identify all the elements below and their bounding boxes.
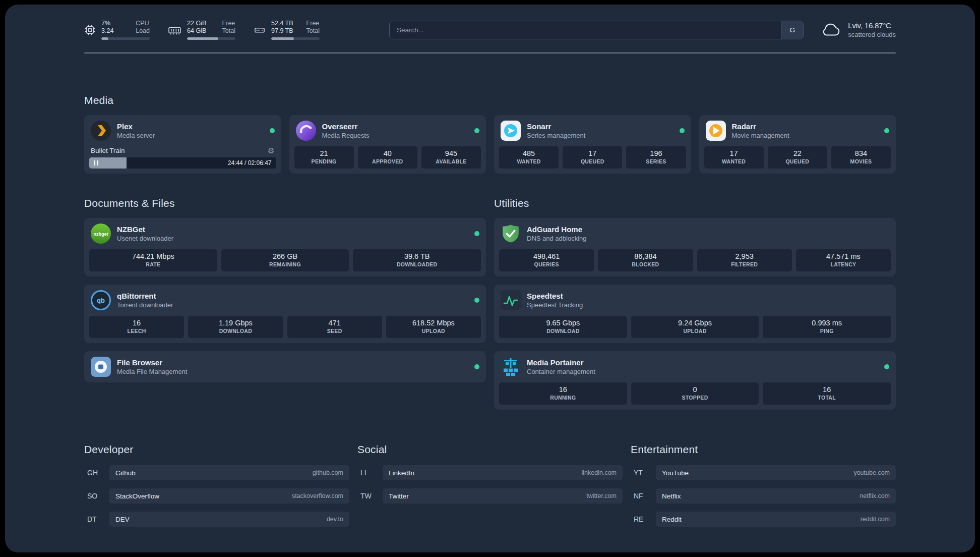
plex-service-link[interactable]: Plex Media server — [84, 115, 281, 146]
speedtest-card: Speedtest Speedtest Tracking 9.65 Gbps D… — [494, 285, 896, 343]
speedtest-icon — [501, 290, 521, 310]
bookmark-link-stackoverflow[interactable]: StackOverflow stackoverflow.com — [109, 488, 349, 504]
stat-tile: 22 QUEUED — [768, 146, 827, 169]
speedtest-service-link[interactable]: Speedtest Speedtest Tracking — [494, 285, 896, 316]
stat-tile: 498,461 QUERIES — [499, 249, 594, 271]
stat-value: 22 — [770, 149, 825, 158]
service-text: Sonarr Series management — [527, 122, 585, 140]
portainer-card: Media Portainer Container management 16 … — [494, 351, 896, 410]
bookmark-name: Netflix — [662, 492, 681, 500]
sonarr-service-link[interactable]: Sonarr Series management — [494, 115, 691, 146]
service-name: Plex — [117, 122, 155, 131]
bookmark-link-reddit[interactable]: Reddit reddit.com — [656, 512, 896, 527]
bookmark-link-linkedin[interactable]: LinkedIn linkedin.com — [383, 465, 623, 480]
overseerr-card: Overseerr Media Requests 21 PENDING 40 A… — [289, 115, 486, 174]
service-name: qBittorrent — [117, 291, 173, 301]
bookmark-abbr: NF — [631, 492, 656, 500]
stat-label: LEECH — [91, 328, 182, 335]
stat-label: BLOCKED — [600, 261, 691, 268]
radarr-icon — [706, 121, 726, 141]
bookmark-url: reddit.com — [861, 516, 890, 523]
search-provider-button[interactable]: G — [781, 21, 803, 39]
cpu-usage-bar-fill — [101, 37, 108, 40]
stat-tile: 17 QUEUED — [563, 146, 622, 169]
status-dot — [474, 364, 479, 369]
bookmark-group-social: Social LI LinkedIn linkedin.com TW Twitt… — [357, 443, 623, 535]
service-subtitle: Movie management — [732, 131, 789, 140]
cpu-widget: 7% 3.24 CPU Load — [84, 20, 150, 40]
stat-label: DOWNLOAD — [190, 328, 281, 335]
gear-icon[interactable]: ⚙ — [268, 147, 274, 154]
bookmark-link-twitter[interactable]: Twitter twitter.com — [383, 488, 623, 504]
search-input[interactable] — [390, 21, 781, 39]
stat-label: DOWNLOADED — [355, 261, 479, 268]
portainer-service-link[interactable]: Media Portainer Container management — [494, 351, 896, 382]
stat-tile: 485 WANTED — [499, 146, 559, 169]
stat-label: WANTED — [501, 158, 557, 165]
overseerr-service-link[interactable]: Overseerr Media Requests — [289, 115, 486, 146]
stat-value: 16 — [91, 318, 182, 328]
plex-now-playing-widget: Bullet Train ⚙ 24:44 / 02:06:47 — [84, 147, 281, 174]
bookmark-link-dev[interactable]: DEV dev.to — [109, 512, 349, 527]
dashboard-panel: 7% 3.24 CPU Load — [5, 5, 975, 552]
radarr-service-link[interactable]: Radarr Movie management — [699, 115, 896, 146]
stat-tile: 0 STOPPED — [631, 382, 759, 405]
nzbget-card: nzbget NZBGet Usenet downloader 744.21 M… — [84, 218, 486, 276]
utilities-section: Utilities AdGuard Home DNS and adblockin… — [494, 197, 896, 410]
speedtest-stats: 9.65 Gbps DOWNLOAD 9.24 Gbps UPLOAD 0.99… — [494, 316, 896, 343]
stat-tile: 17 WANTED — [704, 146, 764, 169]
stat-value: 9.24 Gbps — [633, 318, 757, 328]
bookmark-row: TW Twitter twitter.com — [357, 488, 623, 504]
stat-tile: 47.571 ms LATENCY — [796, 249, 891, 271]
bookmark-link-youtube[interactable]: YouTube youtube.com — [656, 465, 896, 480]
filebrowser-service-link[interactable]: File Browser Media File Management — [84, 351, 486, 382]
bookmark-abbr: LI — [357, 469, 383, 477]
qbittorrent-service-link[interactable]: qb qBittorrent Torrent downloader — [84, 285, 486, 316]
bookmark-link-github[interactable]: Github github.com — [109, 465, 349, 480]
documents-section-title: Documents & Files — [84, 197, 486, 210]
service-subtitle: Container management — [527, 367, 595, 376]
radarr-stats: 17 WANTED 22 QUEUED 834 MOVIES — [699, 146, 896, 174]
weather-widget[interactable]: Lviv, 16.87°C scattered clouds — [820, 22, 896, 38]
radarr-card: Radarr Movie management 17 WANTED 22 QUE… — [699, 115, 896, 174]
playback-progress-bar[interactable]: 24:44 / 02:06:47 — [89, 157, 276, 169]
memory-label-top: Free — [222, 20, 235, 27]
adguard-service-link[interactable]: AdGuard Home DNS and adblocking — [494, 218, 896, 249]
bookmark-abbr: RE — [631, 515, 656, 523]
bookmark-url: netflix.com — [860, 492, 890, 499]
bookmark-group-title: Entertainment — [631, 443, 896, 456]
disk-label-bottom: Total — [307, 27, 320, 35]
stat-value: 744.21 Mbps — [91, 252, 215, 261]
status-dot — [884, 364, 889, 369]
playback-time: 24:44 / 02:06:47 — [228, 157, 272, 169]
bookmark-row: NF Netflix netflix.com — [631, 488, 896, 504]
stat-label: RUNNING — [501, 395, 625, 401]
stat-tile: 1.19 Gbps DOWNLOAD — [188, 316, 283, 338]
bookmark-name: StackOverflow — [115, 492, 159, 500]
memory-icon — [168, 24, 181, 36]
bookmark-url: linkedin.com — [582, 469, 617, 476]
adguard-stats: 498,461 QUERIES 86,384 BLOCKED 2,953 FIL… — [494, 249, 896, 276]
stat-tile: 2,953 FILTERED — [697, 249, 792, 271]
stat-value: 834 — [833, 149, 889, 158]
stat-tile: 266 GB REMAINING — [221, 249, 349, 271]
bookmark-link-netflix[interactable]: Netflix netflix.com — [656, 488, 896, 504]
service-name: Speedtest — [527, 291, 583, 301]
stat-tile: 618.52 Mbps UPLOAD — [386, 316, 481, 338]
bookmark-name: YouTube — [662, 469, 689, 477]
pause-icon[interactable] — [94, 160, 98, 165]
bookmark-abbr: GH — [84, 469, 109, 477]
service-subtitle: Torrent downloader — [117, 301, 173, 309]
stat-value: 266 GB — [223, 252, 347, 261]
stat-label: UPLOAD — [633, 328, 757, 335]
service-subtitle: Speedtest Tracking — [527, 301, 583, 309]
search-bar: G — [389, 21, 804, 39]
service-subtitle: Media server — [117, 131, 155, 140]
bookmark-row: LI LinkedIn linkedin.com — [357, 465, 623, 480]
bookmark-url: stackoverflow.com — [292, 492, 343, 499]
service-name: NZBGet — [117, 225, 173, 234]
service-text: Overseerr Media Requests — [322, 122, 370, 140]
service-name: Media Portainer — [527, 358, 595, 367]
nzbget-service-link[interactable]: nzbget NZBGet Usenet downloader — [84, 218, 486, 249]
stat-value: 17 — [706, 149, 762, 158]
